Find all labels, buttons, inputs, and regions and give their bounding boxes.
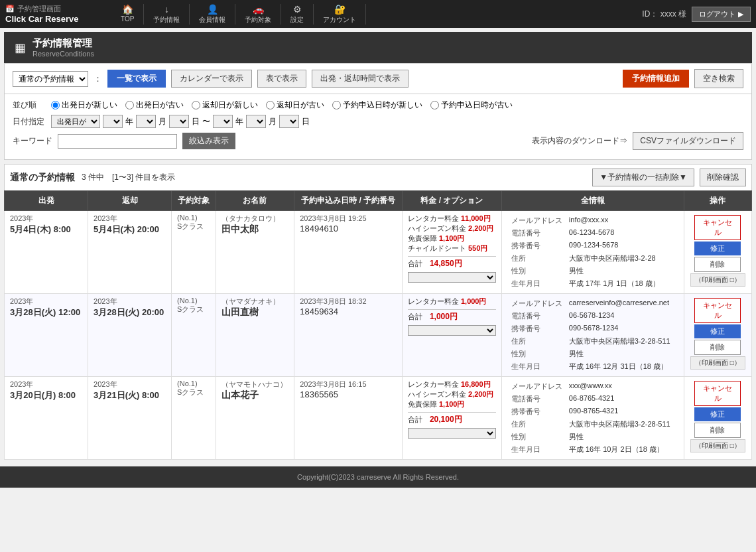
- info-cell: メールアドレスcarreserveinfo@carreserve.net 電話番…: [501, 294, 684, 377]
- sort-old-dep[interactable]: 出発日が古い: [125, 100, 184, 111]
- col-departure: 出発: [5, 191, 88, 211]
- nav-settings[interactable]: ⚙ 設定: [281, 4, 314, 25]
- delete-button[interactable]: 削除: [694, 257, 741, 272]
- month-from-select[interactable]: [136, 115, 156, 128]
- calendar-icon: 📅: [5, 5, 15, 13]
- table-count: 3 件中 [1〜3] 件目を表示: [82, 172, 175, 183]
- header: 📅 予約管理画面 Click Car Reserve 🏠 TOP ↓ 予約情報 …: [0, 0, 756, 28]
- sort-new-booking[interactable]: 予約申込日時が新しい: [332, 100, 422, 111]
- option-select[interactable]: [408, 428, 496, 439]
- table-header-row: 出発 返却 予約対象 お名前 予約申込み日時 / 予約番号 料金 / オプション…: [5, 191, 752, 211]
- footer-text: Copyright(C)2023 carreserve All Rights R…: [297, 473, 459, 481]
- date-label: 日付指定: [13, 116, 46, 127]
- action-cell: キャンセル 修正 削除 （印刷画面 □）: [684, 377, 751, 460]
- table-row: 2023年 3月20日(月) 8:00 2023年 3月21日(火) 8:00 …: [5, 377, 752, 460]
- reservation-type-select[interactable]: 通常の予約情報: [13, 71, 88, 87]
- sort-new-ret[interactable]: 返却日が新しい: [192, 100, 258, 111]
- main-nav: 🏠 TOP ↓ 予約情報 👤 会員情報 🚗 予約対象 ⚙ 設定 🔐 アカウント: [111, 4, 642, 25]
- control-bar: 通常の予約情報 ： 一覧で表示 カレンダーで表示 表で表示 出発・返却時間で表示…: [4, 63, 752, 94]
- view-time-button[interactable]: 出発・返却時間で表示: [312, 70, 409, 88]
- cancel-button[interactable]: キャンセル: [694, 215, 741, 240]
- view-calendar-button[interactable]: カレンダーで表示: [171, 70, 252, 88]
- header-right: ID： xxxx 様 ログアウト ▶: [642, 7, 751, 22]
- view-list-button[interactable]: 一覧で表示: [107, 70, 166, 88]
- nav-vehicle[interactable]: 🚗 予約対象: [235, 4, 281, 25]
- narrow-button[interactable]: 絞込み表示: [182, 133, 235, 149]
- customer-cell: （ヤマモトハナコ） 山本花子: [216, 377, 294, 460]
- customer-cell: （ヤマダナオキ） 山田直樹: [216, 294, 294, 377]
- col-name: お名前: [216, 191, 294, 211]
- booking-cell: 2023年3月8日 19:25 18494610: [294, 211, 403, 294]
- logout-button[interactable]: ログアウト ▶: [692, 7, 751, 22]
- price-cell: レンタカー料金 1,000円合計 1,000円: [402, 294, 501, 377]
- delete-button[interactable]: 削除: [694, 423, 741, 438]
- member-icon: 👤: [207, 4, 218, 15]
- download-label: 表示内容のダウンロード⇒: [532, 135, 627, 147]
- option-select[interactable]: [408, 272, 496, 283]
- view-table-button[interactable]: 表で表示: [257, 70, 306, 88]
- table-section: 通常の予約情報 3 件中 [1〜3] 件目を表示 ▼予約情報の一括削除▼ 削除確…: [4, 164, 752, 460]
- page-icon: ▦: [15, 40, 26, 55]
- return-cell: 2023年 3月21日(火) 8:00: [88, 377, 172, 460]
- settings-icon: ⚙: [293, 4, 302, 15]
- table-actions: ▼予約情報の一括削除▼ 削除確認: [592, 169, 746, 186]
- user-id: ID： xxxx 様: [642, 9, 686, 20]
- departure-cell: 2023年 5月4日(木) 8:00: [5, 211, 88, 294]
- year-to-select[interactable]: [213, 115, 233, 128]
- availability-search-button[interactable]: 空き検索: [694, 69, 743, 88]
- nav-top[interactable]: 🏠 TOP: [111, 4, 144, 25]
- year-from-select[interactable]: [103, 115, 123, 128]
- keyword-input[interactable]: [58, 134, 177, 149]
- logo-bottom: Click Car Reserve: [5, 14, 98, 24]
- sort-new-dep[interactable]: 出発日が新しい: [51, 100, 117, 111]
- delete-confirm-button[interactable]: 削除確認: [700, 169, 746, 186]
- cancel-button[interactable]: キャンセル: [694, 381, 741, 406]
- page-subtitle: ReserveConditions: [32, 50, 94, 58]
- sort-options: 出発日が新しい 出発日が古い 返却日が新しい 返却日が古い 予約申込日時が新しい…: [51, 100, 513, 111]
- cancel-button[interactable]: キャンセル: [694, 298, 741, 323]
- print-button[interactable]: （印刷画面 □）: [690, 273, 745, 287]
- vehicle-cell: (No.1) Sクラス: [172, 294, 216, 377]
- option-select[interactable]: [408, 325, 496, 336]
- table-row: 2023年 3月28日(火) 12:00 2023年 3月28日(火) 20:0…: [5, 294, 752, 377]
- edit-button[interactable]: 修正: [694, 242, 741, 255]
- table-row: 2023年 5月4日(木) 8:00 2023年 5月4日(木) 20:00 (…: [5, 211, 752, 294]
- col-info: 全情報: [501, 191, 684, 211]
- sort-old-ret[interactable]: 返却日が古い: [266, 100, 324, 111]
- customer-cell: （タナカタロウ） 田中太郎: [216, 211, 294, 294]
- add-reservation-button[interactable]: 予約情報追加: [623, 70, 689, 88]
- print-button[interactable]: （印刷画面 □）: [690, 439, 745, 452]
- nav-reservation[interactable]: ↓ 予約情報: [144, 4, 190, 25]
- csv-download-button[interactable]: CSVファイルダウンロード: [633, 132, 743, 150]
- info-cell: メールアドレスxxx@www.xx 電話番号06-8765-4321 携帯番号0…: [501, 377, 684, 460]
- sort-old-booking[interactable]: 予約申込日時が古い: [430, 100, 513, 111]
- edit-button[interactable]: 修正: [694, 324, 741, 338]
- departure-cell: 2023年 3月20日(月) 8:00: [5, 377, 88, 460]
- month-to-select[interactable]: [246, 115, 266, 128]
- date-row: 日付指定 出発日が 年 月 日 〜 年 月 日: [13, 115, 743, 128]
- bulk-delete-button[interactable]: ▼予約情報の一括削除▼: [592, 169, 694, 186]
- home-icon: 🏠: [122, 4, 133, 15]
- nav-account[interactable]: 🔐 アカウント: [314, 4, 366, 25]
- logout-icon: ▶: [738, 10, 743, 19]
- print-button[interactable]: （印刷画面 □）: [690, 356, 745, 370]
- logo-top: 📅 予約管理画面: [5, 4, 98, 14]
- day-from-select[interactable]: [169, 115, 189, 128]
- keyword-label: キーワード: [13, 135, 52, 147]
- col-action: 操作: [684, 191, 751, 211]
- colon: ：: [94, 73, 102, 85]
- page-title-group: 予約情報管理 ReserveConditions: [32, 37, 94, 58]
- edit-button[interactable]: 修正: [694, 407, 741, 421]
- filter-area: 並び順 出発日が新しい 出発日が古い 返却日が新しい 返却日が古い 予約申込日時…: [4, 94, 752, 160]
- keyword-row: キーワード 絞込み表示 表示内容のダウンロード⇒ CSVファイルダウンロード: [13, 132, 743, 150]
- table-title: 通常の予約情報: [10, 172, 75, 184]
- col-price: 料金 / オプション: [402, 191, 501, 211]
- nav-member[interactable]: 👤 会員情報: [190, 4, 235, 25]
- day-to-select[interactable]: [279, 115, 299, 128]
- date-type-select[interactable]: 出発日が: [51, 115, 100, 128]
- departure-cell: 2023年 3月28日(火) 12:00: [5, 294, 88, 377]
- car-icon: 🚗: [253, 4, 264, 15]
- vehicle-cell: (No.1) Sクラス: [172, 377, 216, 460]
- delete-button[interactable]: 削除: [694, 340, 741, 355]
- logo: 📅 予約管理画面 Click Car Reserve: [5, 4, 98, 24]
